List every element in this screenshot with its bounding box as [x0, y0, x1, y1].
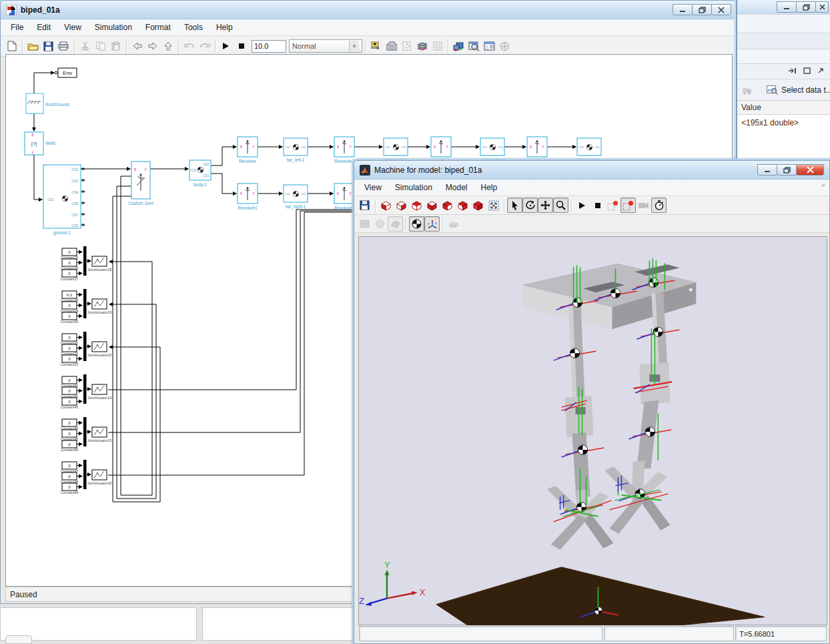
value-column-header[interactable]: Value: [737, 100, 830, 115]
cut-icon[interactable]: [77, 39, 93, 54]
simulink-block-revolute2[interactable]: BFRevolute2: [334, 137, 354, 164]
simulink-block-constant[interactable]: 0.1Constant28: [61, 291, 82, 302]
simulink-block-constant[interactable]: 0Constant44: [61, 419, 82, 430]
simulink-titlebar[interactable]: biped_01a: [1, 1, 737, 19]
view-top-icon[interactable]: [409, 198, 424, 213]
close-button[interactable]: [796, 164, 824, 176]
undock-icon[interactable]: [817, 67, 825, 76]
simulink-block-joint-actuator[interactable]: JointActuator14: [87, 384, 112, 400]
menu-overflow-icon[interactable]: ⌕: [821, 181, 825, 194]
simulink-block-stopa-left-1[interactable]: CS2CS1stopa_left-1: [577, 138, 601, 163]
simulink-block-golen-left-1[interactable]: CS2CS1golen_left-1: [480, 138, 504, 163]
simulink-block-constant[interactable]: 0Constant29: [61, 302, 82, 313]
new-model-icon[interactable]: [4, 39, 19, 54]
menu-format[interactable]: Format: [139, 21, 177, 34]
menu-help[interactable]: Help: [210, 21, 239, 34]
simulink-block-constant[interactable]: 0Constant48: [61, 472, 82, 484]
stop-simulation-icon[interactable]: [590, 198, 605, 213]
simulink-block-joint-actuator[interactable]: JointActuator15: [87, 427, 112, 442]
view-isometric-icon[interactable]: [470, 198, 486, 213]
simulink-block-revolute1[interactable]: BFRevolute1: [238, 184, 258, 210]
restore-button[interactable]: [692, 4, 712, 15]
mux-block[interactable]: [83, 460, 87, 489]
simulation-mode-select[interactable]: Normal ▼: [289, 39, 362, 53]
menu-view[interactable]: View: [58, 21, 87, 34]
menu-tools[interactable]: Tools: [178, 21, 209, 34]
simulink-block-body1[interactable]: CS1 CS2 CS3 body-1: [189, 160, 211, 188]
workspace-value-cell[interactable]: <195x1 double>: [741, 118, 799, 127]
center-of-mass-icon[interactable]: [409, 216, 424, 232]
simulink-block-revolute3[interactable]: BFRevolute3: [431, 137, 451, 164]
diagnostics-icon[interactable]: [357, 216, 372, 232]
simulink-block-revolute5[interactable]: BFRevolute5: [334, 184, 354, 210]
pan-view-icon[interactable]: [538, 198, 553, 213]
maximize-panel-icon[interactable]: [803, 67, 811, 76]
copy-icon[interactable]: [93, 39, 108, 54]
select-tool-icon[interactable]: [507, 198, 522, 213]
simulink-block-revolute[interactable]: BFRevolute: [238, 137, 258, 164]
simulink-block-revolute4[interactable]: BFRevolute4: [527, 137, 547, 164]
simulink-block-constant[interactable]: 0Constant26: [61, 259, 82, 270]
simulink-block-constant[interactable]: 0Constant42: [61, 387, 82, 398]
build-icon[interactable]: [384, 39, 399, 54]
simulink-block-joint-actuator[interactable]: JointActuator20: [87, 342, 112, 357]
view-left-icon[interactable]: [378, 198, 394, 213]
simulink-block-env[interactable]: Env: [58, 68, 77, 77]
record-on-icon[interactable]: [620, 198, 636, 213]
simulink-block-custom-joint[interactable]: B F Custom Joint: [128, 162, 153, 206]
coordinate-frames-icon[interactable]: zx: [424, 216, 440, 232]
machine-3d-viewport[interactable]: Y X Z: [358, 236, 827, 625]
mux-block[interactable]: [83, 332, 87, 361]
view-bottom-icon[interactable]: [424, 198, 440, 213]
refresh-blocks-icon[interactable]: [399, 39, 414, 54]
find-in-model-icon[interactable]: [466, 39, 482, 54]
menu-file[interactable]: File: [5, 21, 29, 34]
view-back-icon[interactable]: [455, 198, 470, 213]
redo-icon[interactable]: [197, 39, 212, 54]
rotate-view-icon[interactable]: [522, 198, 538, 213]
surfaces-icon[interactable]: [446, 216, 461, 232]
simulink-block-constant[interactable]: 0Constant47: [61, 462, 82, 473]
simulink-block-rootground[interactable]: RootGround: [26, 93, 69, 113]
update-diagram-icon[interactable]: [368, 39, 384, 54]
paste-icon[interactable]: [108, 39, 123, 54]
simulink-block-constant[interactable]: 0Constant32: [61, 344, 82, 356]
simulink-block-joint-actuator[interactable]: JointActuator18: [87, 256, 112, 272]
wireframe-icon[interactable]: [372, 216, 388, 232]
simulink-block-taz-right-1[interactable]: CS2CS1taz_right-1: [284, 185, 308, 210]
machine-titlebar[interactable]: Machine for model: biped_01a: [354, 161, 829, 180]
simulink-block-constant[interactable]: 0Constant41: [61, 376, 82, 388]
simulink-block-constant[interactable]: 0Constant46: [61, 440, 82, 452]
back-icon[interactable]: [129, 39, 145, 54]
save-icon[interactable]: [357, 198, 372, 213]
simulink-block-taz-left-1[interactable]: CS2CS1taz_left-1: [284, 138, 308, 163]
matlab-titlebar[interactable]: [737, 0, 830, 15]
simulink-block-constant[interactable]: 0Constant33: [61, 355, 82, 366]
convex-hull-icon[interactable]: [388, 216, 403, 232]
fit-to-view-icon[interactable]: [486, 198, 501, 213]
simulink-block-constant[interactable]: 0Constant25: [61, 248, 82, 260]
mux-block[interactable]: [83, 374, 87, 404]
dock-pin-icon[interactable]: [788, 67, 797, 76]
target-connect-icon[interactable]: [497, 39, 512, 54]
simulink-block-ground1[interactable]: CS1 CS2 CS3 CS4 CS5 CS7 CS8 ground-1: [43, 165, 85, 236]
menu-simulation[interactable]: Simulation: [389, 181, 438, 194]
stopwatch-icon[interactable]: [651, 198, 667, 213]
library-icon[interactable]: [414, 39, 430, 54]
mux-block[interactable]: [83, 417, 87, 446]
print-icon[interactable]: [56, 39, 71, 54]
stop-simulation-icon[interactable]: [234, 39, 249, 54]
start-simulation-icon[interactable]: [218, 39, 234, 54]
simulink-block-weld[interactable]: |?| B F Weld: [25, 132, 55, 155]
save-icon[interactable]: [41, 39, 56, 54]
menu-view[interactable]: View: [358, 181, 388, 194]
library-browser-icon[interactable]: [451, 39, 466, 54]
select-data-button[interactable]: Select data t...: [767, 85, 830, 95]
menu-model[interactable]: Model: [440, 181, 474, 194]
view-front-icon[interactable]: [440, 198, 455, 213]
minimize-button[interactable]: [673, 4, 693, 15]
menu-edit[interactable]: Edit: [31, 21, 57, 34]
minimize-button[interactable]: [777, 1, 797, 13]
simulink-block-bedro-left-1[interactable]: CS2CS1bedro_left-1: [384, 138, 408, 163]
record-off-icon[interactable]: [605, 198, 620, 213]
